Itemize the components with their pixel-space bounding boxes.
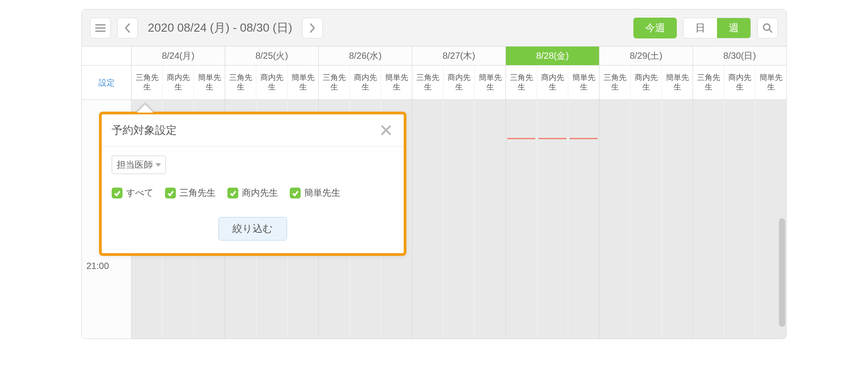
staff-col-header: 商内先生 <box>443 66 475 99</box>
checkbox-label: 商内先生 <box>242 187 278 199</box>
day-group: 三角先生 商内先生 簡単先生 <box>132 66 225 99</box>
checkmark-icon <box>165 188 176 198</box>
staff-col-header: 商内先生 <box>724 66 755 99</box>
day-header[interactable]: 8/27(木) <box>412 47 506 65</box>
day-header[interactable]: 8/30(日) <box>693 47 786 65</box>
checkbox-label: 簡単先生 <box>304 187 340 199</box>
chevron-right-icon <box>309 23 316 33</box>
staff-col-header: 三角先生 <box>693 66 724 99</box>
scrollbar-thumb[interactable] <box>779 218 785 327</box>
time-label: 21:00 <box>86 261 109 271</box>
date-range-label: 2020 08/24 (月) - 08/30 (日) <box>148 20 292 36</box>
day-header[interactable]: 8/24(月) <box>132 47 225 65</box>
search-button[interactable] <box>757 18 778 38</box>
staff-col-header: 商内先生 <box>163 66 194 99</box>
staff-col-header: 三角先生 <box>319 66 350 99</box>
checkbox-all[interactable]: すべて <box>112 187 153 199</box>
toolbar: 2020 08/24 (月) - 08/30 (日) 今週 日 週 <box>82 9 786 47</box>
search-icon <box>762 23 773 33</box>
grid-day[interactable] <box>693 100 786 339</box>
day-header[interactable]: 8/26(水) <box>319 47 412 65</box>
checkbox-label: 三角先生 <box>179 187 216 199</box>
staff-col-header: 簡単先生 <box>475 66 505 99</box>
category-select[interactable]: 担当医師 <box>112 156 166 174</box>
now-indicator <box>507 138 535 139</box>
staff-col-header: 簡単先生 <box>381 66 412 99</box>
checkbox-item[interactable]: 簡単先生 <box>290 187 340 199</box>
view-day-button[interactable]: 日 <box>684 18 717 38</box>
modal-body: 担当医師 すべて 三角先生 商内先生 <box>102 146 404 253</box>
staff-col-header: 三角先生 <box>225 66 256 99</box>
close-button[interactable] <box>378 123 394 138</box>
filter-modal: 予約対象設定 担当医師 すべて 三角先生 <box>99 112 406 256</box>
staff-col-header: 三角先生 <box>506 66 537 99</box>
day-group: 三角先生 商内先生 簡単先生 <box>599 66 693 99</box>
staff-col-header: 簡単先生 <box>568 66 599 99</box>
calendar-app: 2020 08/24 (月) - 08/30 (日) 今週 日 週 8/24(月… <box>81 9 787 339</box>
dropdown-caret-icon <box>156 163 161 167</box>
grid-day-today[interactable] <box>506 100 599 339</box>
staff-col-header: 簡単先生 <box>194 66 225 99</box>
grid-day[interactable] <box>599 100 693 339</box>
modal-title: 予約対象設定 <box>112 123 177 137</box>
modal-header: 予約対象設定 <box>102 114 404 146</box>
now-indicator <box>570 138 598 139</box>
checkmark-icon <box>290 188 301 198</box>
now-indicator <box>538 138 566 139</box>
day-header-today[interactable]: 8/28(金) <box>506 47 599 65</box>
staff-col-header: 簡単先生 <box>755 66 786 99</box>
menu-button[interactable] <box>90 18 111 38</box>
checkbox-group: すべて 三角先生 商内先生 簡単先生 <box>112 187 394 199</box>
staff-col-header: 商内先生 <box>631 66 662 99</box>
day-group: 三角先生 商内先生 簡単先生 <box>693 66 786 99</box>
svg-line-4 <box>769 29 772 32</box>
view-week-button[interactable]: 週 <box>717 18 750 38</box>
checkbox-label: すべて <box>126 187 153 199</box>
close-icon <box>380 124 392 137</box>
day-header-row: 8/24(月) 8/25(火) 8/26(水) 8/27(木) 8/28(金) … <box>82 47 786 66</box>
checkbox-item[interactable]: 商内先生 <box>227 187 278 199</box>
settings-cell-spacer <box>82 47 132 65</box>
staff-col-header: 商内先生 <box>537 66 568 99</box>
day-group: 三角先生 商内先生 簡単先生 <box>225 66 319 99</box>
day-group: 三角先生 商内先生 簡単先生 <box>319 66 412 99</box>
day-header[interactable]: 8/29(土) <box>599 47 693 65</box>
grid-day[interactable] <box>412 100 506 339</box>
checkmark-icon <box>227 188 238 198</box>
this-week-button[interactable]: 今週 <box>633 18 677 38</box>
day-header[interactable]: 8/25(火) <box>225 47 319 65</box>
checkmark-icon <box>112 188 123 198</box>
day-group: 三角先生 商内先生 簡単先生 <box>412 66 506 99</box>
hamburger-icon <box>95 24 106 33</box>
day-group: 三角先生 商内先生 簡単先生 <box>506 66 599 99</box>
chevron-left-icon <box>124 23 131 33</box>
prev-week-button[interactable] <box>117 18 138 38</box>
staff-col-header: 簡単先生 <box>288 66 318 99</box>
checkbox-item[interactable]: 三角先生 <box>165 187 216 199</box>
staff-col-header: 三角先生 <box>599 66 631 99</box>
next-week-button[interactable] <box>302 18 323 38</box>
settings-link[interactable]: 設定 <box>82 66 132 99</box>
staff-header-row: 設定 三角先生 商内先生 簡単先生 三角先生 商内先生 簡単先生 三角先生 商内… <box>82 66 786 100</box>
staff-col-header: 簡単先生 <box>662 66 693 99</box>
view-toggle: 日 週 <box>683 18 751 38</box>
category-select-label: 担当医師 <box>117 159 153 171</box>
filter-apply-button[interactable]: 絞り込む <box>218 217 287 241</box>
staff-col-header: 三角先生 <box>412 66 443 99</box>
staff-col-header: 商内先生 <box>350 66 381 99</box>
staff-col-header: 商内先生 <box>256 66 288 99</box>
staff-col-header: 三角先生 <box>132 66 163 99</box>
